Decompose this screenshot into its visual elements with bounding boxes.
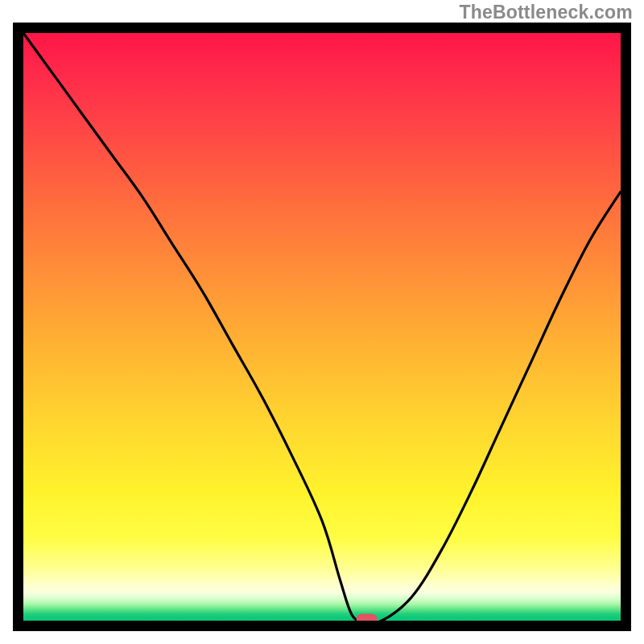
optimum-marker bbox=[357, 614, 378, 621]
curve-layer bbox=[23, 33, 621, 621]
plot-frame bbox=[13, 23, 631, 631]
watermark-text: TheBottleneck.com bbox=[459, 2, 633, 23]
bottleneck-curve bbox=[23, 33, 621, 621]
plot-area bbox=[23, 33, 621, 621]
chart-container: TheBottleneck.com bbox=[0, 0, 644, 644]
